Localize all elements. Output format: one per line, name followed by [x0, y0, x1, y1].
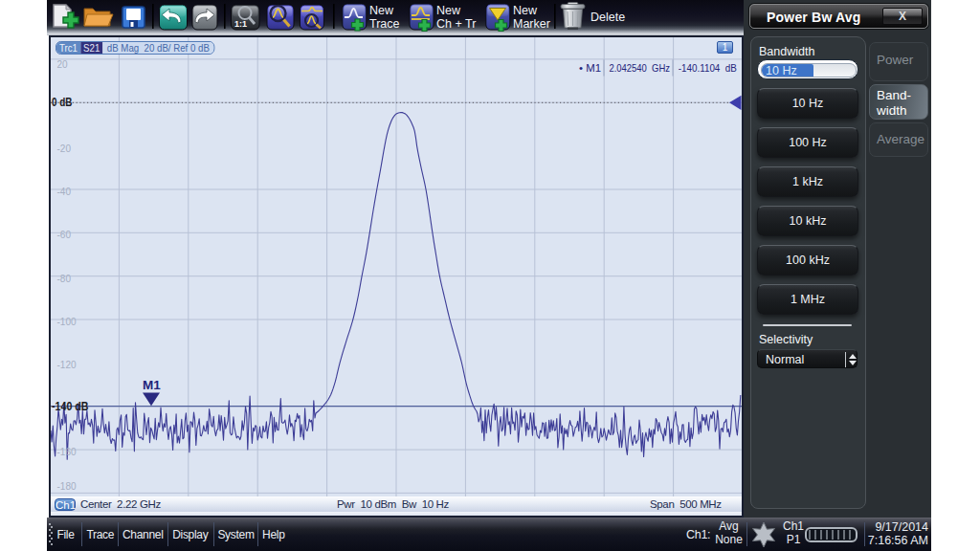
svg-text:-180: -180 — [57, 481, 77, 492]
svg-text:-120: -120 — [57, 360, 77, 370]
svg-text:-160: -160 — [57, 447, 77, 457]
svg-text:M1: M1 — [143, 378, 161, 392]
svg-text:2.042540 GHz: 2.042540 GHz — [610, 62, 671, 74]
svg-text:-80: -80 — [57, 274, 72, 284]
svg-text:0 dB: 0 dB — [52, 96, 73, 109]
svg-text:-20: -20 — [57, 143, 72, 154]
svg-text:-140 dB: -140 dB — [52, 400, 89, 413]
svg-text:-100: -100 — [57, 317, 77, 327]
svg-text:• M1: • M1 — [579, 62, 601, 74]
svg-text:-40: -40 — [57, 187, 72, 197]
svg-text:20: 20 — [57, 59, 69, 70]
svg-text:-60: -60 — [57, 230, 72, 240]
svg-text:1:1: 1:1 — [234, 19, 247, 29]
svg-text:-140.1104 dB: -140.1104 dB — [679, 62, 737, 74]
